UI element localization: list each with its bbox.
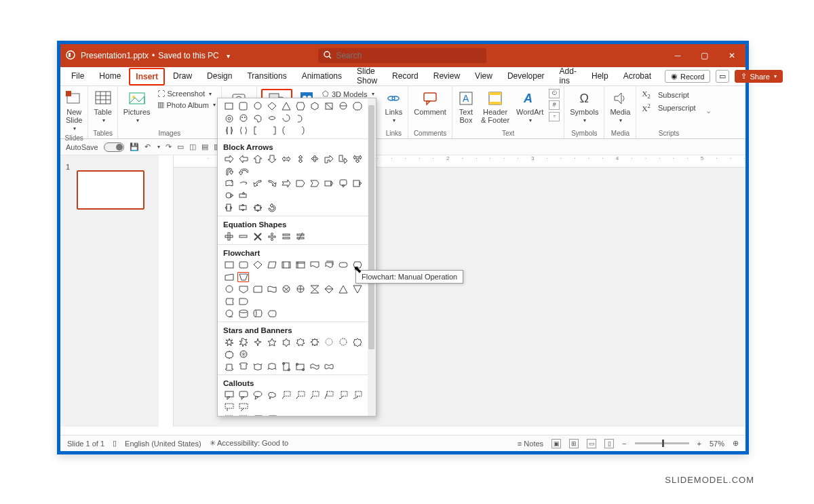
symbols-button[interactable]: Ω Symbols▾ [568, 89, 600, 125]
close-button[interactable]: ✕ [718, 44, 745, 67]
shape-item[interactable] [223, 402, 235, 412]
shape-item[interactable] [280, 113, 292, 123]
shape-item[interactable] [351, 154, 363, 164]
shape-item[interactable] [323, 154, 334, 164]
shape-item[interactable] [351, 178, 363, 189]
shape-alt-process[interactable] [237, 260, 249, 270]
shape-card[interactable] [252, 284, 263, 294]
shape-callout-line2[interactable] [294, 390, 306, 400]
table-button[interactable]: Table▾ [92, 89, 113, 125]
shape-punched-tape[interactable] [266, 284, 277, 294]
shape-minus[interactable] [237, 231, 249, 241]
shape-process[interactable] [223, 260, 235, 270]
shape-horizontal-scroll[interactable] [294, 362, 306, 372]
tab-file[interactable]: File [64, 67, 91, 86]
shape-sequential-storage[interactable] [223, 309, 235, 319]
new-icon[interactable]: ◫ [189, 142, 196, 151]
comment-button[interactable]: Comment [412, 89, 448, 117]
shape-predefined-process[interactable] [280, 260, 292, 270]
superscript-button[interactable]: X2 Superscript [640, 102, 697, 113]
shape-multidocument[interactable] [323, 260, 334, 270]
shape-connector[interactable] [223, 284, 235, 294]
notes-button[interactable]: ≡ Notes [518, 440, 543, 448]
shape-6point-star[interactable] [280, 337, 292, 347]
shape-item[interactable] [294, 125, 306, 136]
wordart-button[interactable]: A WordArt▾ [515, 89, 545, 125]
shape-item[interactable] [223, 203, 235, 213]
slideshow-view-icon[interactable]: ▯ [604, 439, 614, 448]
title-dropdown-icon[interactable]: ▾ [227, 52, 230, 60]
shape-item[interactable] [337, 390, 349, 400]
thumbnail-pane[interactable]: 1 [60, 155, 159, 427]
fit-to-window-icon[interactable]: ⊕ [733, 439, 739, 448]
zoom-slider[interactable] [635, 442, 689, 444]
normal-view-icon[interactable]: ▣ [551, 439, 561, 448]
shape-item[interactable] [337, 154, 349, 164]
shape-item[interactable] [223, 191, 235, 201]
open-icon[interactable]: ▭ [177, 142, 184, 151]
shape-right-arrow[interactable] [223, 154, 235, 164]
textbox-button[interactable]: A Text Box [457, 89, 476, 125]
shape-item[interactable] [223, 414, 235, 416]
tab-review[interactable]: Review [427, 67, 467, 86]
collapse-ribbon-icon[interactable]: ⌄ [701, 86, 716, 138]
shape-callout-line[interactable] [280, 390, 292, 400]
shape-item[interactable] [223, 349, 235, 360]
shape-item[interactable] [252, 414, 263, 416]
shape-stored-data[interactable] [223, 296, 235, 307]
shape-item[interactable] [237, 349, 249, 360]
redo-icon[interactable]: ↷ [166, 142, 172, 151]
shape-chevron[interactable] [309, 178, 320, 189]
shape-item[interactable] [223, 101, 235, 111]
shape-8point-star[interactable] [309, 337, 320, 347]
shape-item[interactable] [237, 203, 249, 213]
shape-item[interactable] [266, 178, 277, 189]
shape-explosion2[interactable] [237, 337, 249, 347]
record-button[interactable]: ◉ Record [665, 70, 710, 83]
shape-vertical-scroll[interactable] [280, 362, 292, 372]
shape-item[interactable] [266, 125, 277, 136]
tab-developer[interactable]: Developer [501, 67, 551, 86]
photo-album-button[interactable]: ▥Photo Album▾ [156, 100, 217, 110]
subscript-button[interactable]: X2 Subscript [640, 89, 697, 100]
share-button[interactable]: ⇪ Share ▾ [735, 70, 782, 83]
shape-item[interactable] [337, 337, 349, 347]
search-box[interactable] [318, 48, 486, 63]
tab-view[interactable]: View [468, 67, 499, 86]
zoom-out-button[interactable]: − [622, 440, 626, 448]
links-button[interactable]: Links▾ [384, 89, 404, 125]
tab-transitions[interactable]: Transitions [240, 67, 293, 86]
shape-left-arrow[interactable] [237, 154, 249, 164]
shape-item[interactable] [237, 101, 249, 111]
shape-explosion1[interactable] [223, 337, 235, 347]
undo-icon[interactable]: ↶ [144, 142, 151, 151]
autosave-toggle[interactable] [104, 142, 124, 152]
shape-item[interactable] [351, 101, 363, 111]
tab-record[interactable]: Record [385, 67, 425, 86]
shape-ribbon-down[interactable] [223, 362, 235, 372]
shape-down-arrow[interactable] [266, 154, 277, 164]
tab-draw[interactable]: Draw [166, 67, 199, 86]
shape-internal-storage[interactable] [294, 260, 306, 270]
shape-item[interactable] [337, 178, 349, 189]
shape-document[interactable] [309, 260, 320, 270]
shapes-dropdown[interactable]: Block Arrows [217, 98, 376, 416]
shape-or[interactable] [294, 284, 306, 294]
search-input[interactable] [336, 51, 481, 60]
date-time-icon[interactable]: ⏲ [549, 89, 560, 98]
shape-callout-round[interactable] [237, 390, 249, 400]
tab-acrobat[interactable]: Acrobat [617, 67, 658, 86]
shape-merge[interactable] [351, 284, 363, 294]
tab-animations[interactable]: Animations [295, 67, 349, 86]
shape-callout-cloud[interactable] [266, 390, 277, 400]
new-slide-button[interactable]: New Slide▾ [64, 89, 83, 133]
slide-sorter-icon[interactable]: ⊞ [569, 439, 579, 448]
shape-item[interactable] [252, 101, 263, 111]
shape-offpage-connector[interactable] [237, 284, 249, 294]
shape-item[interactable] [266, 101, 277, 111]
shape-sort[interactable] [323, 284, 334, 294]
shape-item[interactable] [351, 390, 363, 400]
shape-item[interactable] [252, 178, 263, 189]
shape-pentagon-arrow[interactable] [294, 178, 306, 189]
shape-updown-arrow[interactable] [294, 154, 306, 164]
